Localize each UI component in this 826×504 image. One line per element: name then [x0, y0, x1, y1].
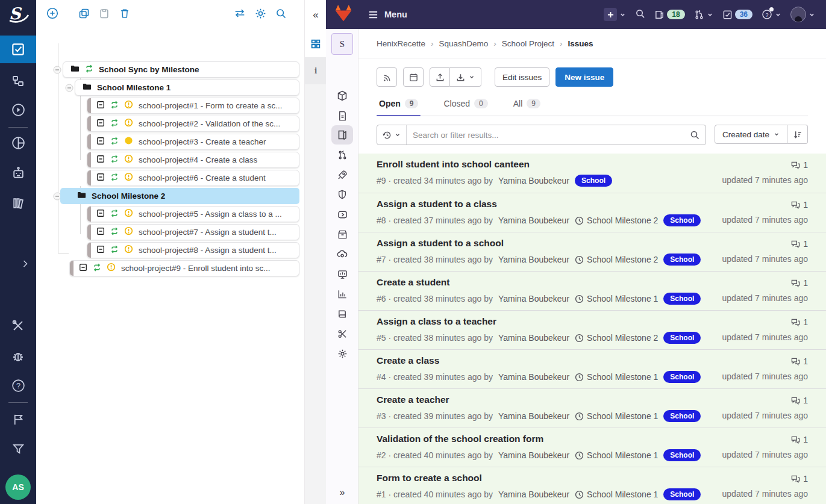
issue-label[interactable]: School	[663, 410, 701, 422]
nav-test-cases[interactable]	[0, 36, 36, 63]
cicd-rocket-icon[interactable]	[331, 166, 353, 184]
square-minus-icon[interactable]	[96, 155, 105, 166]
tree-item-tc8[interactable]: school-project#8 - Assign a student t...	[87, 242, 299, 258]
issue-comments[interactable]: 1	[791, 200, 808, 210]
issue-title[interactable]: Assign a student to a school	[377, 238, 504, 248]
help-menu-button[interactable]: ?	[762, 9, 781, 20]
dashboard-tab[interactable]	[305, 30, 327, 57]
export-button[interactable]	[430, 67, 450, 87]
issue-title[interactable]: Create a student	[377, 277, 449, 287]
breadcrumb-subgroup[interactable]: SquashDemo	[439, 39, 489, 48]
square-minus-icon[interactable]	[96, 137, 105, 148]
import-button[interactable]	[450, 67, 481, 87]
tree-folder-milestone2-selected[interactable]: School Milestone 2	[60, 188, 299, 204]
issue-row[interactable]: Assign a student to a school #7 · create…	[358, 232, 826, 271]
issue-comments[interactable]: 1	[791, 239, 808, 249]
issue-author[interactable]: Yamina Boubekeur	[498, 294, 569, 303]
nav-help[interactable]: ?	[0, 372, 36, 399]
issue-row[interactable]: Form to create a school #1 · created 40 …	[358, 467, 826, 504]
issue-row[interactable]: Assign a student to a class #8 · created…	[358, 193, 826, 232]
issue-row[interactable]: Create a class #4 · created 39 minutes a…	[358, 349, 826, 388]
issue-title[interactable]: Enroll student into school canteen	[377, 159, 530, 169]
issue-milestone[interactable]: School Milestone 1	[575, 294, 658, 303]
issue-author[interactable]: Yamina Boubekeur	[498, 372, 569, 382]
drag-handle[interactable]	[87, 134, 91, 149]
issue-comments[interactable]: 1	[791, 278, 808, 288]
issue-title[interactable]: Assign a student to a class	[377, 199, 497, 209]
tab-open[interactable]: Open 9	[377, 95, 421, 116]
issue-title[interactable]: Form to create a school	[377, 473, 482, 483]
issue-milestone[interactable]: School Milestone 2	[575, 255, 658, 264]
issue-label[interactable]: School	[663, 293, 701, 305]
search-button[interactable]	[635, 8, 645, 21]
issue-label[interactable]: School	[663, 332, 701, 344]
wiki-icon[interactable]	[331, 305, 353, 323]
user-menu-button[interactable]	[790, 7, 815, 22]
tab-all[interactable]: All 9	[511, 95, 543, 116]
recent-searches-button[interactable]	[377, 125, 407, 145]
tree-item-tc5[interactable]: school-project#5 - Assign a class to a .…	[87, 206, 299, 222]
new-issue-button[interactable]: New issue	[555, 67, 613, 87]
drag-handle[interactable]	[87, 243, 91, 258]
square-minus-icon[interactable]	[96, 227, 105, 238]
issue-comments[interactable]: 1	[791, 356, 808, 366]
rss-button[interactable]	[377, 67, 397, 87]
square-minus-icon[interactable]	[96, 173, 105, 184]
tree-item-tc9[interactable]: school-project#9 - Enroll student into s…	[69, 260, 299, 276]
add-icon[interactable]	[46, 7, 59, 20]
tree-item-tc4[interactable]: school-project#4 - Create a class	[87, 152, 299, 168]
sort-by-button[interactable]: Created date	[715, 125, 787, 144]
issue-row[interactable]: Enroll student into school canteen #9 · …	[358, 154, 826, 193]
merge-requests-nav-icon[interactable]	[331, 146, 353, 164]
monitor-icon[interactable]	[331, 265, 353, 283]
drag-handle[interactable]	[87, 116, 91, 131]
nav-bugtracker[interactable]	[0, 343, 36, 370]
issue-label[interactable]: School	[575, 175, 612, 187]
tree-item-tc6[interactable]: school-project#6 - Create a student	[87, 170, 299, 186]
issue-milestone[interactable]: School Milestone 1	[575, 411, 658, 421]
tree-folder-sync[interactable]: School Sync by Milestone	[63, 61, 299, 78]
issue-label[interactable]: School	[663, 254, 701, 266]
nav-documentation[interactable]	[0, 189, 36, 217]
collapse-panel-icon[interactable]: «	[313, 9, 318, 21]
nav-admin-tools[interactable]	[0, 312, 36, 340]
breadcrumb-project[interactable]: School Project	[502, 39, 554, 48]
nav-reporting[interactable]	[0, 129, 36, 157]
nav-executions[interactable]	[0, 96, 36, 123]
issue-comments[interactable]: 1	[791, 317, 808, 327]
issue-author[interactable]: Yamina Boubekeur	[498, 176, 569, 185]
issue-milestone[interactable]: School Milestone 1	[575, 450, 658, 460]
issue-label[interactable]: School	[663, 449, 701, 461]
issue-comments[interactable]: 1	[791, 474, 808, 484]
square-minus-icon[interactable]	[79, 263, 87, 274]
nav-requirements[interactable]	[0, 67, 36, 95]
search-icon[interactable]	[684, 130, 706, 140]
tree-item-tc1[interactable]: school-project#1 - Form to create a sc..…	[87, 98, 299, 114]
issues-shortcut-button[interactable]: 18	[654, 10, 684, 20]
analytics-icon[interactable]	[331, 285, 353, 303]
nav-filter[interactable]	[0, 435, 36, 462]
issue-author[interactable]: Yamina Boubekeur	[498, 333, 569, 343]
issues-nav-icon[interactable]	[331, 125, 353, 145]
issue-label[interactable]: School	[663, 488, 701, 500]
drag-handle[interactable]	[87, 170, 91, 185]
issue-milestone[interactable]: School Milestone 2	[575, 216, 658, 225]
nav-milestones-flag[interactable]	[0, 405, 36, 433]
edit-issues-button[interactable]: Edit issues	[495, 67, 549, 87]
issue-row[interactable]: Assign a class to a teacher #5 · created…	[358, 310, 826, 349]
information-tab[interactable]: i	[305, 57, 327, 84]
issue-title[interactable]: Validation of the school creation form	[377, 434, 543, 444]
issue-milestone[interactable]: School Milestone 1	[575, 490, 658, 499]
issue-row[interactable]: Create a teacher #3 · created 39 minutes…	[358, 388, 826, 428]
tab-closed[interactable]: Closed 0	[441, 95, 490, 116]
sort-direction-button[interactable]	[787, 125, 808, 144]
drag-handle[interactable]	[87, 152, 91, 167]
paste-icon[interactable]	[98, 7, 111, 20]
issue-milestone[interactable]: School Milestone 2	[575, 333, 658, 343]
todos-button[interactable]: 36	[722, 10, 752, 20]
issue-row[interactable]: Create a student #6 · created 38 minutes…	[358, 271, 826, 310]
transfer-icon[interactable]	[233, 7, 246, 20]
nav-automation[interactable]	[0, 159, 36, 187]
squash-logo[interactable]: S	[5, 4, 31, 25]
search-input[interactable]	[407, 131, 684, 140]
